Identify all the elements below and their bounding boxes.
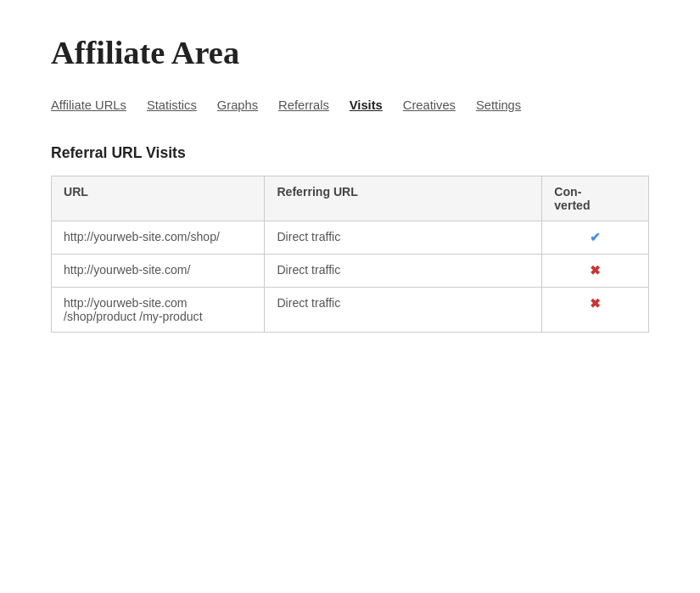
- cell-referring: Direct traffic: [265, 255, 542, 288]
- table-row: http://yourweb-site.com /shop/product /m…: [52, 288, 649, 333]
- section-title: Referral URL Visits: [51, 144, 649, 162]
- table-row: http://yourweb-site.com/shop/Direct traf…: [52, 221, 649, 255]
- check-icon: ✔: [590, 230, 601, 244]
- nav-tab-graphs[interactable]: Graphs: [217, 97, 258, 114]
- cross-icon: ✖: [590, 263, 601, 277]
- nav-tab-visits[interactable]: Visits: [350, 97, 383, 114]
- col-header-referring: Referring URL: [265, 176, 542, 221]
- cell-converted: ✖: [542, 288, 649, 333]
- table-row: http://yourweb-site.com/Direct traffic✖: [52, 255, 649, 288]
- nav-tab-creatives[interactable]: Creatives: [403, 97, 456, 114]
- cell-referring: Direct traffic: [265, 288, 542, 333]
- cell-converted: ✔: [542, 221, 649, 255]
- nav-tab-statistics[interactable]: Statistics: [147, 97, 197, 114]
- cell-converted: ✖: [542, 255, 649, 288]
- cell-url: http://yourweb-site.com /shop/product /m…: [52, 288, 265, 333]
- visits-table: URL Referring URL Con-verted http://your…: [51, 176, 649, 333]
- col-header-converted: Con-verted: [542, 176, 649, 221]
- col-header-url: URL: [52, 176, 265, 221]
- cell-url: http://yourweb-site.com/: [52, 255, 265, 288]
- nav-tab-affiliate-urls[interactable]: Affiliate URLs: [51, 97, 126, 114]
- table-header-row: URL Referring URL Con-verted: [52, 176, 649, 221]
- nav-tab-settings[interactable]: Settings: [476, 97, 521, 114]
- cell-referring: Direct traffic: [265, 221, 542, 255]
- nav-tabs: Affiliate URLsStatisticsGraphsReferralsV…: [51, 97, 649, 114]
- cell-url: http://yourweb-site.com/shop/: [52, 221, 265, 255]
- cross-icon: ✖: [590, 296, 601, 310]
- page-title: Affiliate Area: [51, 34, 649, 71]
- nav-tab-referrals[interactable]: Referrals: [278, 97, 329, 114]
